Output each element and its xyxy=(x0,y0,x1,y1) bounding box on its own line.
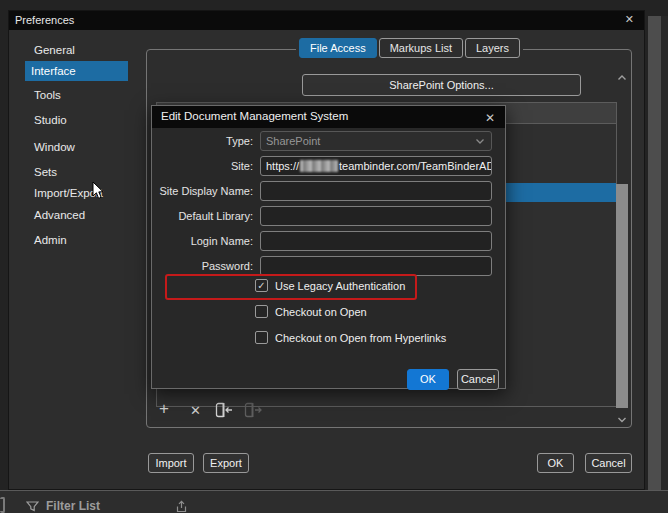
mouse-cursor xyxy=(92,181,105,200)
site-value-prefix: https:// xyxy=(266,157,299,175)
sidebar-item-admin[interactable]: Admin xyxy=(25,230,128,250)
preferences-window: Preferences ✕ General Interface Tools St… xyxy=(8,10,645,490)
check-out-icon xyxy=(243,402,263,418)
check-in-icon xyxy=(214,402,234,418)
type-select-value: SharePoint xyxy=(266,135,320,147)
scrollbar-down-button[interactable] xyxy=(615,413,629,427)
default-library-label: Default Library: xyxy=(152,206,253,226)
share-icon xyxy=(175,500,188,513)
preferences-titlebar[interactable]: Preferences ✕ xyxy=(9,11,644,30)
edit-dms-close-button[interactable]: ✕ xyxy=(485,111,495,125)
sidebar-item-sets[interactable]: Sets xyxy=(25,162,128,182)
tab-file-access[interactable]: File Access xyxy=(299,38,377,58)
dms-cancel-button[interactable]: Cancel xyxy=(457,369,499,390)
funnel-icon xyxy=(26,501,39,512)
site-input[interactable]: https:// teambinder.com/TeamBinderADFS/P… xyxy=(260,156,492,176)
add-dms-button[interactable]: + xyxy=(159,402,169,416)
window-title: Preferences xyxy=(15,14,74,26)
window-close-button[interactable]: ✕ xyxy=(625,13,634,26)
login-name-label: Login Name: xyxy=(152,231,253,251)
checkout-hyperlinks-checkbox[interactable] xyxy=(255,331,268,344)
edit-dms-dialog: Edit Document Management System ✕ Type: … xyxy=(151,105,506,389)
sidebar-item-tools[interactable]: Tools xyxy=(25,85,128,105)
scrollbar-up-button[interactable] xyxy=(615,71,629,85)
background-app-panel xyxy=(648,16,661,513)
site-display-name-input[interactable] xyxy=(260,181,492,201)
site-label: Site: xyxy=(152,156,253,176)
default-library-input[interactable] xyxy=(260,206,492,226)
scrollbar-thumb[interactable] xyxy=(616,184,628,408)
export-button[interactable]: Export xyxy=(203,453,249,473)
chevron-down-icon xyxy=(475,138,485,145)
filter-list-label: Filter List xyxy=(46,499,100,513)
type-select: SharePoint xyxy=(260,131,492,151)
sharepoint-options-button[interactable]: SharePoint Options... xyxy=(302,74,581,96)
checkout-on-open-label: Checkout on Open xyxy=(275,306,367,318)
import-button[interactable]: Import xyxy=(148,453,194,473)
background-panel-handle xyxy=(0,497,5,513)
background-app-gutter xyxy=(661,16,668,513)
check-in-button[interactable] xyxy=(214,402,234,418)
check-out-button xyxy=(243,402,263,418)
tab-layers[interactable]: Layers xyxy=(465,38,520,58)
sidebar-item-general[interactable]: General xyxy=(25,40,128,60)
checkout-on-open-checkbox[interactable] xyxy=(255,305,268,318)
legacy-auth-label: Use Legacy Authentication xyxy=(275,280,405,292)
delete-dms-button[interactable]: ✕ xyxy=(190,404,201,418)
prefs-ok-button[interactable]: OK xyxy=(537,453,574,473)
dms-ok-button[interactable]: OK xyxy=(407,369,449,390)
redacted-text xyxy=(300,160,338,172)
login-name-input[interactable] xyxy=(260,231,492,251)
sidebar-item-import-export[interactable]: Import/Export xyxy=(25,183,128,203)
site-value-suffix: teambinder.com/TeamBinderADFS/P... xyxy=(339,157,492,175)
password-label: Password: xyxy=(152,256,253,276)
site-display-name-label: Site Display Name: xyxy=(152,181,253,201)
tab-markups-list[interactable]: Markups List xyxy=(379,38,463,58)
sidebar-item-window[interactable]: Window xyxy=(25,137,128,157)
legacy-auth-checkbox[interactable]: ✓ xyxy=(255,279,268,292)
legacy-auth-checkbox-row: ✓ Use Legacy Authentication xyxy=(255,279,405,292)
sidebar-item-interface[interactable]: Interface xyxy=(25,61,128,81)
checkout-hyperlinks-row: Checkout on Open from Hyperlinks xyxy=(255,331,446,344)
sidebar-item-studio[interactable]: Studio xyxy=(25,110,128,130)
type-label: Type: xyxy=(152,131,253,151)
edit-dms-titlebar[interactable]: Edit Document Management System ✕ xyxy=(152,106,505,128)
password-input[interactable] xyxy=(260,256,492,276)
preferences-tabstrip: File Access Markups List Layers xyxy=(296,38,523,59)
check-icon: ✓ xyxy=(257,280,265,291)
filter-list-control[interactable]: Filter List xyxy=(26,499,188,513)
prefs-cancel-button[interactable]: Cancel xyxy=(585,453,632,473)
checkout-on-open-row: Checkout on Open xyxy=(255,305,367,318)
dms-list-scrollbar[interactable] xyxy=(613,57,631,428)
sidebar-item-advanced[interactable]: Advanced xyxy=(25,205,128,225)
edit-dms-title: Edit Document Management System xyxy=(161,110,348,122)
checkout-hyperlinks-label: Checkout on Open from Hyperlinks xyxy=(275,332,446,344)
